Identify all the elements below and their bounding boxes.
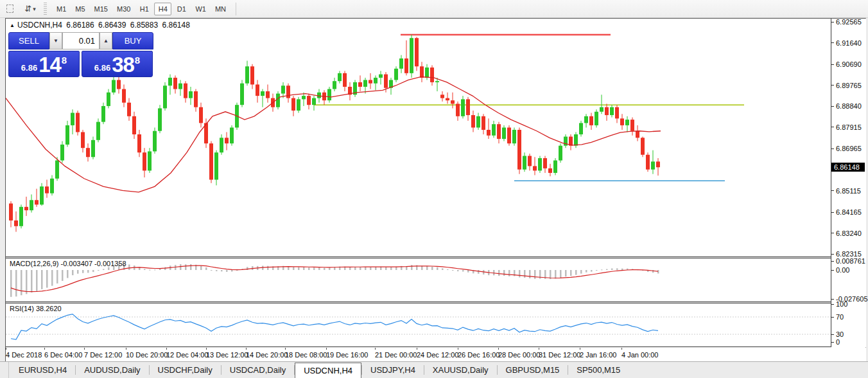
macd-histogram-bar: [570, 270, 572, 276]
macd-histogram-bar: [67, 270, 69, 278]
macd-histogram-bar: [360, 267, 361, 270]
candle-body: [512, 130, 516, 143]
buy-button[interactable]: BUY: [112, 32, 153, 50]
chart-tab-eurusd[interactable]: EURUSD,H4: [10, 362, 75, 378]
macd-histogram-bar: [128, 264, 130, 270]
chart-tab-xauusd[interactable]: XAUUSD,Daily: [424, 362, 497, 378]
candle-body: [256, 84, 259, 96]
candle-body: [605, 107, 609, 115]
timeframe-button-h4[interactable]: H4: [154, 3, 171, 15]
macd-histogram-bar: [21, 270, 22, 295]
candle-body: [153, 131, 157, 152]
sell-button[interactable]: SELL: [8, 32, 49, 50]
candle-body: [574, 134, 578, 146]
one-click-trading-panel: SELL ▼ 0.01 ▲ BUY 6.86 14 8 6.86 38 8: [8, 32, 153, 77]
time-axis-label: 21 Dec 00:00: [375, 351, 417, 359]
candle-body: [410, 38, 413, 73]
macd-histogram-bar: [205, 267, 207, 270]
buy-quote-box[interactable]: 6.86 38 8: [82, 51, 153, 77]
candle-body: [476, 116, 480, 128]
candle-body: [482, 116, 485, 130]
pane-divider[interactable]: [6, 258, 831, 258]
price-tick-label: 6.90690: [831, 60, 862, 68]
macd-histogram-bar: [216, 270, 218, 271]
macd-histogram-bar: [318, 267, 320, 270]
candle-body: [65, 125, 69, 145]
candle-body: [435, 81, 439, 82]
collapse-panel-icon[interactable]: ▲: [10, 22, 15, 28]
lot-decrease-button[interactable]: ▼: [49, 32, 62, 50]
macd-histogram-bar: [478, 270, 480, 274]
rsi-axis-label: 100: [831, 300, 847, 308]
macd-histogram-bar: [349, 267, 351, 270]
candle-body: [297, 99, 300, 111]
candle-body: [50, 179, 54, 194]
timeframe-button-m1[interactable]: M1: [53, 3, 70, 15]
candle-body: [399, 59, 403, 69]
pane-divider[interactable]: [6, 303, 831, 303]
ohlc-high: 6.86439: [98, 21, 126, 30]
candle-body: [446, 98, 449, 101]
chart-tab-sp500[interactable]: SP500,M15: [568, 362, 629, 378]
candle-body: [533, 166, 537, 170]
candle-body: [184, 84, 187, 98]
timeframe-button-w1[interactable]: W1: [191, 3, 210, 15]
macd-histogram-bar: [108, 267, 110, 270]
candle-body: [209, 143, 213, 179]
candle-body: [641, 138, 645, 154]
macd-histogram-bar: [51, 270, 53, 286]
time-axis[interactable]: 4 Dec 20186 Dec 04:007 Dec 12:0010 Dec 2…: [6, 348, 866, 362]
timeframe-button-m5[interactable]: M5: [71, 3, 89, 15]
macd-histogram-bar: [231, 270, 233, 271]
time-axis-label: 4 Dec 2018: [6, 351, 42, 359]
timeframe-button-h1[interactable]: H1: [135, 3, 153, 15]
candle-body: [220, 138, 223, 152]
chart-tab-gbpusd[interactable]: GBPUSD,M15: [498, 362, 568, 378]
pane-divider[interactable]: [6, 256, 831, 257]
time-axis-label: 19 Dec 16:00: [326, 351, 368, 359]
price-axis[interactable]: 6.925656.916406.906906.897656.888406.879…: [831, 19, 866, 347]
timeframe-button-m30[interactable]: M30: [113, 3, 134, 15]
time-tick: [6, 348, 6, 350]
lot-size-input[interactable]: 0.01: [62, 32, 100, 50]
candle-body: [610, 107, 614, 115]
candle-body: [502, 127, 506, 139]
pane-divider[interactable]: [6, 346, 831, 347]
candle-body: [307, 96, 311, 105]
chart-tab-usdchf[interactable]: USDCHF,Daily: [150, 362, 221, 378]
candle-body: [302, 96, 306, 99]
chart-tab-usdjpy[interactable]: USDJPY,H4: [362, 362, 424, 378]
pane-divider[interactable]: [6, 302, 831, 302]
timeframe-button-d1[interactable]: D1: [173, 3, 190, 15]
time-tick: [285, 348, 286, 350]
arrows-tool-icon[interactable]: ⇵ ▾: [24, 3, 36, 15]
sell-price-sup: 8: [62, 55, 67, 66]
timeframe-button-m15[interactable]: M15: [91, 3, 112, 15]
macd-histogram-bar: [56, 270, 58, 284]
candle-body: [338, 73, 342, 81]
macd-histogram-bar: [298, 267, 300, 270]
candle-body: [137, 134, 141, 152]
macd-histogram-bar: [185, 264, 187, 270]
macd-histogram-bar: [190, 264, 192, 270]
macd-histogram-bar: [519, 270, 521, 277]
candle-body: [456, 104, 460, 116]
macd-histogram-bar: [601, 269, 603, 270]
candle-body: [466, 99, 470, 115]
chart-tab-audusd[interactable]: AUDUSD,Daily: [76, 362, 148, 378]
sell-quote-box[interactable]: 6.86 14 8: [8, 51, 80, 77]
timeframe-button-mn[interactable]: MN: [211, 3, 230, 15]
candle-body: [173, 78, 177, 89]
chart-tab-usdcnh[interactable]: USDCNH,H4: [295, 363, 361, 378]
macd-histogram-bar: [10, 270, 12, 297]
time-axis-label: 12 Dec 04:00: [166, 351, 208, 359]
toolbar-separator: [236, 3, 236, 15]
time-tick: [126, 348, 126, 350]
macd-histogram-bar: [452, 270, 454, 271]
macd-histogram-bar: [87, 270, 89, 273]
chart-tab-usdcad[interactable]: USDCAD,Daily: [221, 362, 294, 378]
candle-body: [240, 84, 244, 105]
region-select-icon[interactable]: [4, 3, 15, 15]
candle-body: [538, 158, 542, 170]
lot-increase-button[interactable]: ▲: [100, 32, 112, 50]
